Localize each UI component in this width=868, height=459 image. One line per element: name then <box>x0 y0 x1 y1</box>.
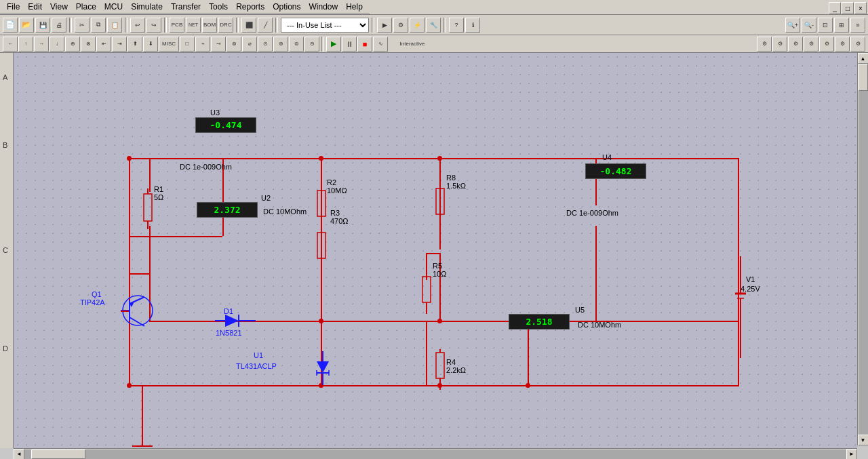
t2-btn15[interactable]: ⊚ <box>226 37 241 52</box>
pcb-btn[interactable]: PCB <box>170 18 184 33</box>
menu-view[interactable]: View <box>46 1 72 13</box>
t2-btn9[interactable]: ⬆ <box>127 37 142 52</box>
scroll-track-v[interactable] <box>859 64 868 435</box>
r5-symbol <box>420 273 433 314</box>
t2-btn20[interactable]: ⊝ <box>304 37 319 52</box>
stop-btn[interactable]: ■ <box>357 37 372 52</box>
open-btn[interactable]: 📂 <box>19 18 34 33</box>
t2-settings3[interactable]: ⚙ <box>788 37 803 52</box>
gnd-symbol <box>129 439 156 448</box>
t2-settings6[interactable]: ⚙ <box>835 37 850 52</box>
t2-settings2[interactable]: ⚙ <box>772 37 787 52</box>
netlist-btn[interactable]: NET <box>186 18 201 33</box>
close-button[interactable]: × <box>854 2 867 14</box>
node-r2-top <box>319 156 323 161</box>
scroll-track-h[interactable] <box>24 450 846 459</box>
part-btn[interactable]: ⬛ <box>241 18 256 33</box>
zoom-select-btn[interactable]: ⊞ <box>834 18 849 33</box>
t2-btn1[interactable]: ← <box>3 37 18 52</box>
undo-btn[interactable]: ↩ <box>130 18 145 33</box>
t2-settings7[interactable]: ⚙ <box>850 37 865 52</box>
menu-reports[interactable]: Reports <box>232 1 269 13</box>
menu-mcu[interactable]: MCU <box>100 1 127 13</box>
menu-window[interactable]: Window <box>305 1 342 13</box>
r1-value: 5Ω <box>154 193 163 201</box>
vertical-scrollbar[interactable]: ▲ ▼ <box>857 53 868 445</box>
t2-btn8[interactable]: ⇥ <box>112 37 127 52</box>
d1-symbol <box>215 313 256 329</box>
t2-btn3[interactable]: → <box>34 37 49 52</box>
t2-settings1[interactable]: ⚙ <box>757 37 772 52</box>
t2-btn4[interactable]: ↓ <box>50 37 64 52</box>
inuse-dropdown[interactable]: --- In-Use List --- <box>281 18 369 33</box>
r3-value: 470Ω <box>330 217 349 225</box>
t2-btn2[interactable]: ↑ <box>18 37 33 52</box>
u3-label: U3 <box>210 108 220 117</box>
wire-gnd-h <box>129 385 142 386</box>
t2-btn17[interactable]: ⊙ <box>258 37 273 52</box>
menu-edit[interactable]: Edit <box>24 1 46 13</box>
menu-help[interactable]: Help <box>342 1 367 13</box>
menu-transfer[interactable]: Transfer <box>167 1 205 13</box>
t2-btn12[interactable]: □ <box>180 37 195 52</box>
zoom-out-btn[interactable]: 🔍- <box>802 18 816 33</box>
drc-btn[interactable]: DRC <box>218 18 233 33</box>
zoom-in-btn[interactable]: 🔍+ <box>785 18 800 33</box>
play-btn[interactable]: ▶ <box>326 37 341 52</box>
scroll-left-btn[interactable]: ◄ <box>14 449 24 460</box>
maximize-button[interactable]: □ <box>842 2 854 14</box>
r8-label: R8 <box>446 174 456 182</box>
interactive-btn[interactable]: Interactive <box>389 37 436 52</box>
t2-settings5[interactable]: ⚙ <box>819 37 834 52</box>
sep4 <box>236 18 239 33</box>
wave-btn[interactable]: ∿ <box>373 37 388 52</box>
wire-btn[interactable]: ╱ <box>258 18 273 33</box>
t2-btn19[interactable]: ⊜ <box>289 37 304 52</box>
t2-btn13[interactable]: ⌁ <box>195 37 210 52</box>
scroll-down-btn[interactable]: ▼ <box>858 435 869 445</box>
wire-gnd-v <box>142 385 143 439</box>
cut-btn[interactable]: ✂ <box>75 18 90 33</box>
wire-r1-bot <box>149 226 151 273</box>
help-btn[interactable]: ? <box>449 18 464 33</box>
menu-options[interactable]: Options <box>269 1 304 13</box>
zoom-fit-btn[interactable]: ⊡ <box>818 18 833 33</box>
menu-simulate[interactable]: Simulate <box>127 1 167 13</box>
redo-btn[interactable]: ↪ <box>146 18 161 33</box>
menu-tools[interactable]: Tools <box>205 1 232 13</box>
menu-place[interactable]: Place <box>72 1 100 13</box>
row-label-d: D <box>3 344 8 353</box>
t2-btn14[interactable]: ⊸ <box>211 37 226 52</box>
run-btn[interactable]: ▶ <box>377 18 392 33</box>
t2-misc[interactable]: MISC <box>159 37 179 52</box>
about-btn[interactable]: ℹ <box>465 18 480 33</box>
sim-btn2[interactable]: 🔧 <box>426 18 441 33</box>
sim-settings-btn[interactable]: ⚙ <box>393 18 408 33</box>
t2-btn6[interactable]: ⊗ <box>81 37 96 52</box>
toolbar1: 📄 📂 💾 🖨 ✂ ⧉ 📋 ↩ ↪ PCB NET BOM DRC ⬛ ╱ --… <box>0 15 868 35</box>
scroll-thumb-v[interactable] <box>859 64 868 91</box>
bom-btn[interactable]: BOM <box>202 18 217 33</box>
t2-btn5[interactable]: ⊕ <box>65 37 80 52</box>
new-btn[interactable]: 📄 <box>3 18 18 33</box>
horizontal-scrollbar[interactable]: ◄ ► <box>14 448 857 459</box>
paste-btn[interactable]: 📋 <box>107 18 122 33</box>
scroll-right-btn[interactable]: ► <box>846 449 857 460</box>
print-btn[interactable]: 🖨 <box>52 18 66 33</box>
t2-btn10[interactable]: ⬇ <box>143 37 158 52</box>
t2-btn7[interactable]: ⇤ <box>96 37 111 52</box>
t2-btn18[interactable]: ⊛ <box>273 37 288 52</box>
scroll-thumb-h[interactable] <box>31 450 85 459</box>
menu-file[interactable]: File <box>3 1 24 13</box>
copy-btn[interactable]: ⧉ <box>91 18 106 33</box>
t2-settings4[interactable]: ⚙ <box>804 37 818 52</box>
u2-sub: DC 10MOhm <box>263 207 307 216</box>
schematic-canvas[interactable]: U3 -0.474 DC 1e-009Ohm U2 2.372 DC 10MOh… <box>14 53 857 448</box>
t2-btn16[interactable]: ⌀ <box>242 37 257 52</box>
pause-btn[interactable]: ⏸ <box>342 37 357 52</box>
minimize-button[interactable]: _ <box>829 2 841 14</box>
properties-btn[interactable]: ≡ <box>850 18 865 33</box>
save-btn[interactable]: 💾 <box>35 18 50 33</box>
probe-btn[interactable]: ⚡ <box>410 18 425 33</box>
scroll-up-btn[interactable]: ▲ <box>858 53 869 64</box>
